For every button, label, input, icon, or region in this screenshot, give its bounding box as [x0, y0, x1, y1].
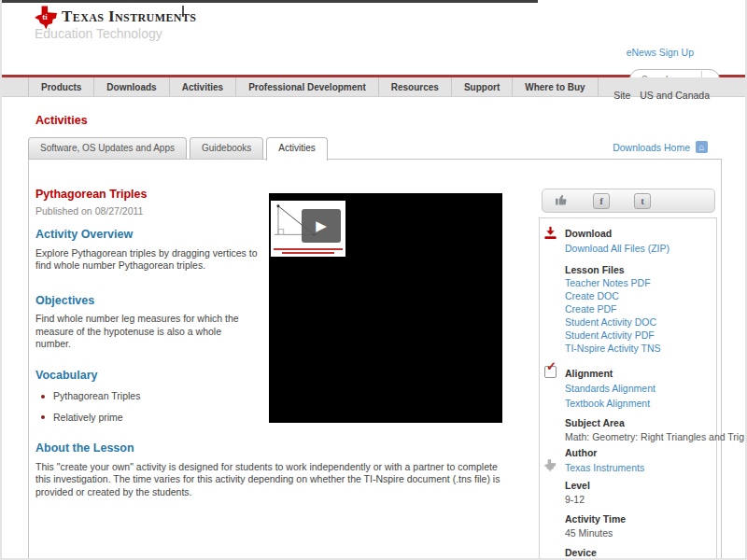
downloads-home[interactable]: Downloads Home ⌂ — [613, 141, 708, 153]
lesson-file-link[interactable]: Student Activity PDF — [565, 329, 712, 342]
site-label: Site — [613, 90, 630, 101]
lesson-files-heading: Lesson Files — [565, 264, 712, 276]
brand-name[interactable]: Texas Instruments — [62, 7, 196, 26]
activity-time-heading: Activity Time — [565, 513, 712, 525]
level-value: 9-12 — [565, 494, 712, 506]
vocabulary-term: Relatively prime — [53, 412, 123, 425]
download-icon — [543, 226, 557, 243]
textbook-alignment-link[interactable]: Textbook Alignment — [565, 397, 712, 410]
article: ▶ Pythagorean Triples Published on 08/27… — [35, 187, 502, 498]
lesson-file-link[interactable]: Create DOC — [565, 289, 712, 302]
brand-tagline: Education Technology — [35, 26, 162, 41]
author-heading: Author — [565, 447, 712, 459]
standards-alignment-link[interactable]: Standards Alignment — [565, 382, 712, 395]
page-title: Activities — [35, 114, 88, 127]
alignment-section: ✓ Alignment — [565, 368, 712, 380]
alignment-checkbox-icon: ✓ — [544, 366, 557, 378]
vocabulary-item: Pythagorean Triples — [41, 390, 258, 403]
about-text: This "create your own" activity is desig… — [35, 461, 502, 499]
level-heading: Level — [565, 480, 712, 492]
tab-activities[interactable]: Activities — [266, 137, 327, 161]
subject-area-value: Math: Geometry: Right Triangles and Trig — [565, 431, 712, 443]
ti-author-icon — [543, 459, 557, 474]
downloads-home-link[interactable]: Downloads Home — [613, 142, 690, 153]
subject-area-heading: Subject Area — [565, 417, 712, 429]
like-icon[interactable] — [554, 192, 569, 210]
twitter-icon[interactable]: t — [634, 193, 651, 209]
alignment-heading: Alignment — [565, 368, 613, 379]
sidebar: Download Download All Files (ZIP) Lesson… — [539, 217, 717, 560]
nav-item-where-to-buy[interactable]: Where to Buy — [512, 77, 598, 96]
nav-item-downloads[interactable]: Downloads — [93, 77, 168, 96]
play-button[interactable]: ▶ — [302, 209, 341, 243]
video-player[interactable]: ▶ — [269, 193, 502, 423]
section-heading-about: About the Lesson — [35, 442, 502, 455]
lesson-file-link[interactable]: TI-Nspire Activity TNS — [565, 342, 712, 355]
lesson-file-link[interactable]: Teacher Notes PDF — [565, 276, 712, 289]
nav-item-professional-development[interactable]: Professional Development — [235, 77, 378, 96]
share-bar: f t — [542, 189, 715, 213]
site-selector[interactable]: SiteUS and Canada — [613, 90, 710, 101]
site-value: US and Canada — [640, 90, 710, 101]
tab-guidebooks[interactable]: Guidebooks — [190, 137, 263, 159]
thumbnail-caption-line — [282, 252, 334, 254]
author-row: Texas Instruments — [565, 461, 712, 474]
enews-signup-link[interactable]: eNews Sign Up — [627, 47, 694, 58]
thumbnail-caption-line — [274, 248, 343, 250]
lesson-file-link[interactable]: Student Activity DOC — [565, 315, 712, 329]
nav-item-resources[interactable]: Resources — [378, 77, 451, 96]
video-thumbnail[interactable]: ▶ — [271, 201, 345, 257]
nav-item-activities[interactable]: Activities — [169, 77, 235, 96]
download-all-files-link[interactable]: Download All Files (ZIP) — [565, 242, 712, 255]
author-link[interactable]: Texas Instruments — [565, 461, 712, 474]
lesson-file-link[interactable]: Create PDF — [565, 302, 712, 315]
bullet-icon — [41, 415, 45, 419]
home-icon[interactable]: ⌂ — [696, 141, 708, 153]
vocabulary-item: Relatively prime — [41, 412, 258, 425]
tab-bar: Software, OS Updates and Apps Guidebooks… — [28, 137, 328, 161]
svg-text:ti: ti — [42, 12, 48, 21]
device-heading: Device — [565, 547, 712, 559]
vocabulary-term: Pythagorean Triples — [53, 390, 140, 403]
nav-item-products[interactable]: Products — [28, 77, 93, 96]
facebook-icon[interactable]: f — [593, 193, 610, 209]
bullet-icon — [41, 395, 45, 399]
nav-item-support[interactable]: Support — [451, 77, 512, 96]
page: ti Texas Instruments Education Technolog… — [0, 0, 747, 560]
download-section: Download — [565, 228, 712, 240]
top-border — [2, 0, 538, 3]
tab-software-os-updates[interactable]: Software, OS Updates and Apps — [28, 137, 187, 159]
activity-time-value: 45 Minutes — [565, 527, 712, 539]
download-heading: Download — [565, 228, 612, 239]
